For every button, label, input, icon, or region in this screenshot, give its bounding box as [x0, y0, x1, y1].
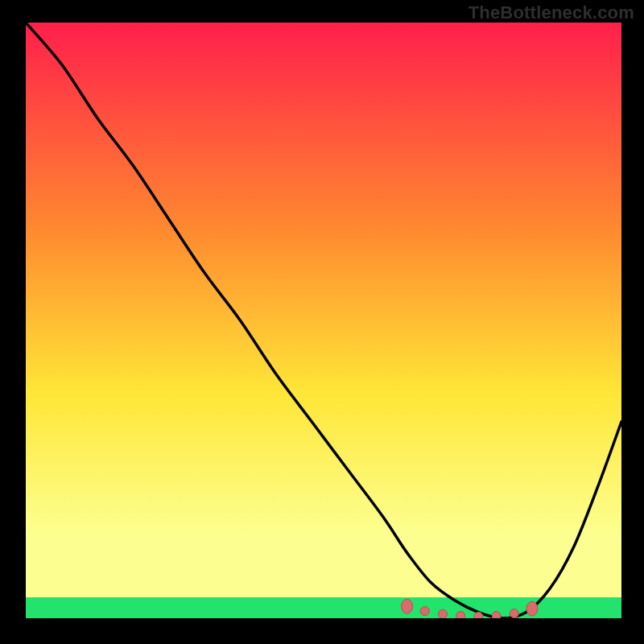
chart-container: TheBottleneck.com: [0, 0, 644, 644]
marker-point: [510, 609, 518, 618]
marker-point: [526, 601, 538, 616]
gradient-background: [26, 23, 621, 618]
marker-point: [420, 607, 429, 616]
marker-point: [456, 612, 465, 618]
marker-point: [492, 612, 501, 618]
marker-point: [439, 609, 448, 618]
plot-region: [26, 23, 621, 618]
chart-svg: [26, 23, 621, 618]
marker-point: [402, 599, 413, 613]
watermark-text: TheBottleneck.com: [469, 2, 634, 23]
marker-point: [474, 612, 483, 618]
